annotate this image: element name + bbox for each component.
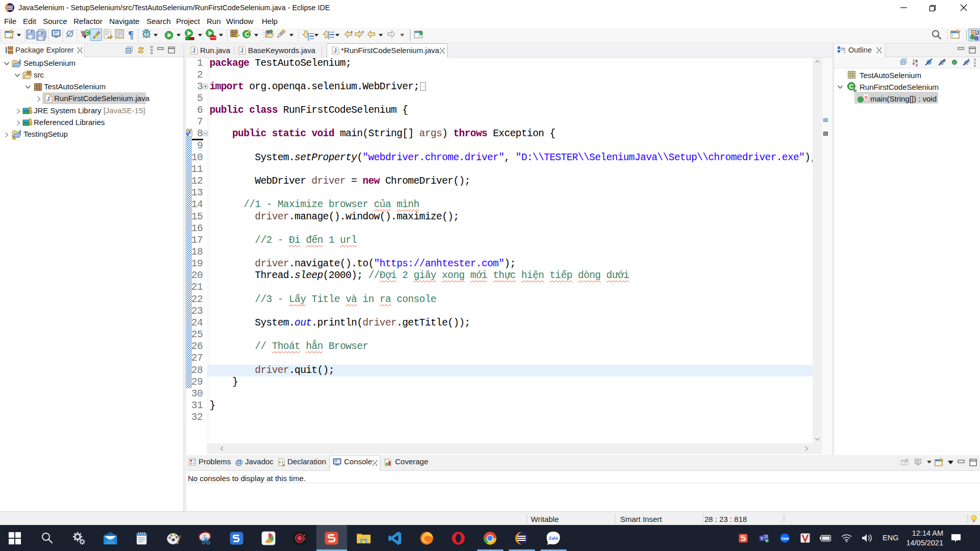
svg-text:¶: ¶ bbox=[128, 29, 134, 40]
svg-text:z: z bbox=[916, 62, 918, 67]
svg-text:S: S bbox=[865, 94, 868, 100]
svg-text:C: C bbox=[849, 83, 854, 90]
svg-text:!: ! bbox=[13, 136, 14, 139]
svg-text:Zalo: Zalo bbox=[549, 536, 558, 541]
svg-text:J: J bbox=[240, 48, 243, 54]
svg-text:L: L bbox=[968, 58, 970, 63]
svg-text:J: J bbox=[192, 48, 195, 54]
svg-text:s: s bbox=[943, 58, 946, 63]
svg-text:J: J bbox=[976, 30, 979, 36]
svg-text:Zalo: Zalo bbox=[781, 536, 789, 541]
svg-text:J: J bbox=[46, 96, 50, 102]
svg-text:J: J bbox=[18, 130, 21, 134]
svg-text:J: J bbox=[334, 48, 337, 54]
svg-text:J: J bbox=[18, 59, 21, 64]
svg-text:T: T bbox=[761, 536, 763, 541]
